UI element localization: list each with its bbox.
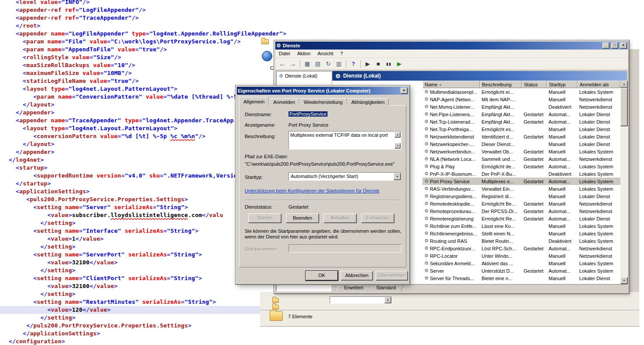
value-dienstname[interactable]: PortProxyService xyxy=(289,111,327,117)
menu-aktion[interactable]: Aktion xyxy=(294,50,314,57)
properties-icon[interactable]: ▤ xyxy=(313,59,323,69)
cell-beschreibung: Empfängt Akt... xyxy=(480,112,522,117)
scroll-down-icon[interactable]: ▼ xyxy=(620,277,628,284)
list-scrollbar[interactable]: ▲ ▼ xyxy=(620,81,628,284)
service-row[interactable]: ⚙Remoteprozedurau...Der RPCSS-Di...Gesta… xyxy=(422,207,620,215)
service-row-selected[interactable]: ⚙Port Proxy ServiceMultiplexes e...Gesta… xyxy=(422,178,620,185)
starten-button[interactable]: Starten xyxy=(248,213,282,223)
scroll-up-icon[interactable]: ▲ xyxy=(620,81,628,88)
startparameter-input[interactable] xyxy=(289,244,401,253)
dialog-close-button[interactable]: × xyxy=(401,88,408,94)
minimize-button[interactable]: _ xyxy=(602,43,609,49)
anhalten-button[interactable]: Anhalten xyxy=(324,213,357,223)
back-icon[interactable]: ← xyxy=(278,59,287,69)
dropdown-arrow-icon[interactable]: ▼ xyxy=(394,173,401,180)
service-row[interactable]: ⚙Remotedesktopdie...Ermöglicht Be...Gest… xyxy=(422,200,620,207)
service-row[interactable]: ⚙Netzwerkverbindun...Verwaltet Ob...Gest… xyxy=(422,148,620,155)
cell-starttyp: Automat... xyxy=(547,119,577,124)
gear-icon: ⚙ xyxy=(424,209,429,213)
service-row[interactable]: ⚙Netzwerkspeicher-...Dieser Dienst...Man… xyxy=(422,140,620,148)
uebernehmen-button[interactable]: Übernehmen xyxy=(376,271,408,281)
service-row[interactable]: ⚙Multimediaklassenpl...Ermöglicht ei...M… xyxy=(422,88,620,96)
restart-service-icon[interactable]: ▶ xyxy=(394,59,404,69)
scroll-up-icon[interactable]: ▲ xyxy=(394,132,401,138)
cell-name: ⚙Remoteregistrierung xyxy=(422,216,480,221)
stop-service-icon[interactable]: ■ xyxy=(373,59,383,69)
service-row[interactable]: ⚙RAS-Verbindungsv...Verwaltet Ein...Manu… xyxy=(422,185,620,192)
column-header-beschreibung[interactable]: Beschreibung xyxy=(480,81,522,88)
cell-starttyp: Deaktiviert xyxy=(547,238,577,244)
show-console-tree-icon[interactable]: ▦ xyxy=(303,59,312,69)
cell-beschreibung: Ermöglicht es... xyxy=(480,127,522,132)
beschreibung-text: Multiplexes external TCP/IP data on loca… xyxy=(290,132,388,138)
tab-standard[interactable]: Standard xyxy=(368,285,403,292)
cell-status: Gestartet xyxy=(522,209,547,214)
beschreibung-textbox[interactable]: Multiplexes external TCP/IP data on loca… xyxy=(289,131,401,149)
service-row[interactable]: ⚙Net.Msmq-Listener...Empfängt Akt...Deak… xyxy=(422,103,620,110)
ok-button[interactable]: OK xyxy=(306,271,338,281)
scroll-down-icon[interactable]: ▼ xyxy=(394,143,401,149)
fortsetzen-button[interactable]: Fortsetzen xyxy=(361,213,394,223)
cell-name: ⚙Sekundäre Anmeld... xyxy=(422,261,480,266)
service-rows: ⚙Multimediaklassenpl...Ermöglicht ei...M… xyxy=(422,88,620,284)
service-row[interactable]: ⚙RPC-Endpunktzuor...Löst RPC-Sch...Gesta… xyxy=(422,245,620,252)
beenden-button[interactable]: Beenden xyxy=(286,213,319,223)
service-row[interactable]: ⚙NAP-Agent (Netwo...Mit dem NAP-...Manue… xyxy=(422,96,620,103)
service-row[interactable]: ⚙Richtlinie zum Entfe...Lässt eine Ko...… xyxy=(422,222,620,230)
service-row[interactable]: ⚙Net.Tcp-Listenerad...Empfängt Akt...Ges… xyxy=(422,118,620,125)
code-line: <param name="AppendToFile" value="true"/… xyxy=(9,46,286,53)
refresh-icon[interactable]: ↻ xyxy=(324,59,333,69)
pause-service-icon[interactable]: ▮▮ xyxy=(384,59,394,69)
cell-beschreibung: Multiplexes e... xyxy=(480,179,522,184)
tab-wiederherstellung[interactable]: Wiederherstellung xyxy=(299,98,347,106)
cell-beschreibung: Unterstützt D... xyxy=(480,268,522,274)
cell-beschreibung: Stellt einen N... xyxy=(480,231,522,236)
service-row[interactable]: ⚙ServerUnterstützt D...GestartetAutomat.… xyxy=(422,267,620,274)
maximize-button[interactable]: □ xyxy=(611,43,618,49)
menu-datei[interactable]: Datei xyxy=(275,50,294,57)
column-header-starttyp[interactable]: Starttyp xyxy=(547,81,577,88)
column-header-status[interactable]: Status xyxy=(522,81,547,88)
window-titlebar[interactable]: ⚙ Dienste _ □ × xyxy=(275,42,628,50)
tab-allgemein[interactable]: Allgemein xyxy=(239,97,269,106)
startoptions-help-link[interactable]: Unterstützung beim Konfigurieren der Sta… xyxy=(245,188,380,193)
service-row[interactable]: ⚙PnP-X-IP-Busenum...Der PnP-X-Bu...Deakt… xyxy=(422,170,620,178)
service-row[interactable]: ⚙RPC-LocatorUnter Windo...ManuellNetzwer… xyxy=(422,252,620,260)
menu-ansicht[interactable]: Ansicht xyxy=(314,50,337,57)
service-row[interactable]: ⚙Server für Threads...Bietet eine n...Ma… xyxy=(422,274,620,282)
column-header-name[interactable]: Name ▲ xyxy=(422,81,480,88)
service-row[interactable]: ⚙Routing und RASBietet Routin...Deaktivi… xyxy=(422,237,620,245)
explorer-back-button[interactable] xyxy=(262,51,272,61)
cell-starttyp: Manuell xyxy=(547,149,577,154)
folder-icon[interactable] xyxy=(272,305,279,309)
service-row[interactable]: ⚙Richtlinienergebniss...Stellt einen N..… xyxy=(422,230,620,237)
service-row[interactable]: ⚙NLA (Network Loca...Sammelt und ...Gest… xyxy=(422,155,620,163)
help-icon[interactable]: ? xyxy=(348,59,358,69)
service-row[interactable]: ⚙Net.Pipe-Listenera...Empfängt Akt...Ges… xyxy=(422,110,620,118)
export-list-icon[interactable]: ▥ xyxy=(334,59,344,69)
explorer-combobox[interactable]: ▼ xyxy=(330,296,392,304)
service-row[interactable]: ⚙Sekundäre Anmeld...Aktiviert das ...Man… xyxy=(422,260,620,267)
cell-name: ⚙Remoteprozedurau... xyxy=(422,209,480,214)
service-row[interactable]: ⚙Plug & PlayErmöglicht de...GestartetAut… xyxy=(422,163,620,170)
starttyp-combobox[interactable]: Automatisch (Verzögerter Start) ▼ xyxy=(289,172,401,181)
column-header-anmelden-als[interactable]: Anmelden als xyxy=(577,81,620,88)
tree-item-dienste-lokal[interactable]: ⚙ Dienste (Lokal) xyxy=(277,71,331,78)
tab-abhaengigkeiten[interactable]: Abhängigkeiten xyxy=(347,98,389,106)
folder-icon[interactable] xyxy=(272,298,279,303)
menu-hilfe[interactable]: ? xyxy=(337,50,346,57)
forward-icon[interactable]: → xyxy=(288,59,298,69)
tab-anmelden[interactable]: Anmelden xyxy=(269,98,299,106)
service-row[interactable]: ⚙Net.Tcp-Portfreiga...Ermöglicht es...Ma… xyxy=(422,125,620,133)
abbrechen-button[interactable]: Abbrechen xyxy=(341,271,373,281)
service-row[interactable]: ⚙Registrierungsdiens...Registriert di...… xyxy=(422,192,620,200)
service-row[interactable]: ⚙NetzwerklistendienstIdentifiziert d...G… xyxy=(422,133,620,140)
scrollbar-thumb[interactable] xyxy=(620,88,628,126)
start-service-icon[interactable]: ▶ xyxy=(363,59,373,69)
service-row[interactable]: ⚙RemoteregistrierungErmöglicht Re...Gest… xyxy=(422,215,620,222)
dialog-tabs: Allgemein Anmelden Wiederherstellung Abh… xyxy=(239,97,389,106)
dropdown-arrow-icon[interactable]: ▼ xyxy=(384,297,391,303)
dialog-titlebar[interactable]: Eigenschaften von Port Proxy Service (Lo… xyxy=(237,87,408,95)
tab-erweitert[interactable]: Erweitert xyxy=(336,285,371,292)
close-button[interactable]: × xyxy=(620,43,627,49)
